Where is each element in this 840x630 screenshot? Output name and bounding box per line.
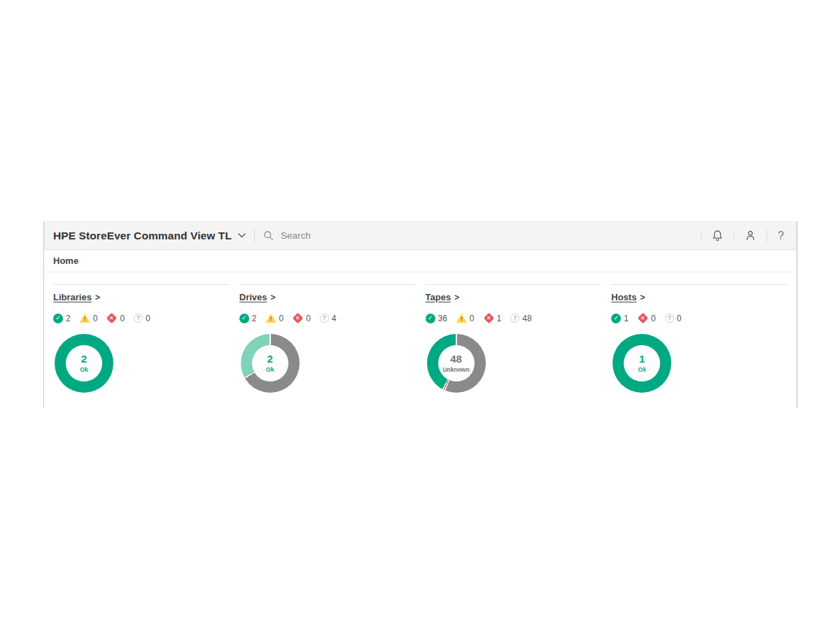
donut-center-value: 48 xyxy=(450,354,462,364)
panel-title-label: Hosts xyxy=(611,292,636,302)
status-item: ✕0 xyxy=(106,313,125,323)
person-icon xyxy=(745,230,756,241)
status-count: 0 xyxy=(120,314,125,323)
drives-donut-chart: 2 Ok xyxy=(241,334,300,393)
status-count: 0 xyxy=(93,314,98,323)
unknown-status-icon: ? xyxy=(510,314,519,323)
status-item: ?0 xyxy=(134,314,150,323)
breadcrumb-bar: Home xyxy=(44,250,797,272)
user-button[interactable] xyxy=(742,228,759,243)
panel-title-label: Drives xyxy=(239,292,267,302)
status-count: 0 xyxy=(677,314,682,323)
search-box xyxy=(263,230,693,241)
search-icon xyxy=(263,230,274,241)
status-item: ✕1 xyxy=(484,313,502,323)
topbar-divider xyxy=(766,230,767,242)
status-item: ✓36 xyxy=(426,314,447,323)
status-item: ✓1 xyxy=(611,314,629,323)
topbar-divider xyxy=(701,230,701,242)
status-item: ✓2 xyxy=(239,314,257,323)
dashboard: Libraries > ✓2!0✕0?0 2 Ok Drives > ✓2!0✕… xyxy=(44,272,797,393)
ok-status-icon: ✓ xyxy=(611,314,621,323)
status-item: !0 xyxy=(80,314,98,323)
tapes-link[interactable]: Tapes > xyxy=(426,292,460,302)
unknown-status-icon: ? xyxy=(665,314,674,323)
status-count: 0 xyxy=(470,314,475,323)
donut-center-label: Ok xyxy=(638,367,646,373)
link-chevron: > xyxy=(95,293,100,302)
donut-center-value: 2 xyxy=(267,354,273,364)
donut-center-label: Unknown xyxy=(442,367,469,373)
hosts-link[interactable]: Hosts > xyxy=(611,292,645,302)
donut-hole: 2 Ok xyxy=(252,345,288,382)
drives-link[interactable]: Drives > xyxy=(239,292,276,302)
tapes-donut-chart: 48 Unknown xyxy=(427,334,486,393)
status-count: 2 xyxy=(66,314,71,323)
app-window: HPE StoreEver Command View TL xyxy=(43,221,797,408)
chevron-down-icon xyxy=(238,233,246,238)
donut-hole: 1 Ok xyxy=(624,345,660,382)
status-item: ?4 xyxy=(320,314,337,323)
link-chevron: > xyxy=(454,293,459,302)
status-item: ?0 xyxy=(665,314,682,323)
panel-title-label: Tapes xyxy=(426,292,451,302)
status-count: 0 xyxy=(279,314,284,323)
link-chevron: > xyxy=(271,293,276,302)
status-count: 48 xyxy=(522,314,531,323)
status-count: 2 xyxy=(252,314,257,323)
ok-status-icon: ✓ xyxy=(239,314,249,323)
status-count: 0 xyxy=(651,314,656,323)
donut-hole: 48 Unknown xyxy=(438,345,475,382)
warning-status-icon: ! xyxy=(80,314,90,323)
help-button[interactable]: ? xyxy=(775,229,787,243)
status-count: 1 xyxy=(497,314,502,323)
hosts-donut-chart: 1 Ok xyxy=(612,334,671,393)
critical-status-icon: ✕ xyxy=(638,313,648,323)
notifications-button[interactable] xyxy=(709,228,726,243)
bell-icon xyxy=(712,230,723,241)
critical-status-icon: ✕ xyxy=(106,313,117,323)
donut-center-value: 2 xyxy=(81,354,87,364)
status-item: !0 xyxy=(265,314,284,323)
panel-divider xyxy=(239,284,416,285)
libraries-donut-chart: 2 Ok xyxy=(55,334,113,393)
warning-status-icon: ! xyxy=(265,314,276,323)
status-count: 4 xyxy=(332,314,337,323)
donut-center-value: 1 xyxy=(639,354,645,364)
ok-status-icon: ✓ xyxy=(53,314,63,323)
unknown-status-icon: ? xyxy=(320,314,329,323)
topbar: HPE StoreEver Command View TL xyxy=(44,222,797,250)
status-item: ✓2 xyxy=(53,314,71,323)
panel-title-label: Libraries xyxy=(53,292,92,302)
critical-status-icon: ✕ xyxy=(293,313,303,323)
breadcrumb[interactable]: Home xyxy=(53,255,78,266)
status-count: 1 xyxy=(624,314,629,323)
link-chevron: > xyxy=(640,293,645,302)
donut-center-label: Ok xyxy=(266,367,274,373)
panel-hosts: Hosts > ✓1✕0?0 1 Ok xyxy=(611,284,788,393)
panel-libraries: Libraries > ✓2!0✕0?0 2 Ok xyxy=(53,284,230,393)
status-count: 0 xyxy=(146,314,150,323)
search-input[interactable] xyxy=(279,230,419,241)
panel-divider xyxy=(426,284,602,285)
donut-hole: 2 Ok xyxy=(66,345,102,382)
status-count: 0 xyxy=(306,314,311,323)
ok-status-icon: ✓ xyxy=(426,314,435,323)
topbar-divider xyxy=(254,229,255,243)
status-item: ?48 xyxy=(510,314,531,323)
product-menu[interactable]: HPE StoreEver Command View TL xyxy=(53,230,246,242)
status-item: ✕0 xyxy=(638,313,656,323)
warning-status-icon: ! xyxy=(456,314,467,323)
status-item: ✕0 xyxy=(293,313,311,323)
panel-drives: Drives > ✓2!0✕0?4 2 Ok xyxy=(239,284,416,393)
libraries-link[interactable]: Libraries > xyxy=(53,292,100,302)
status-row: ✓36!0✕1?48 xyxy=(426,313,602,323)
topbar-actions: ? xyxy=(693,228,787,243)
panel-divider xyxy=(53,284,230,285)
status-count: 36 xyxy=(438,314,447,323)
donut-center-label: Ok xyxy=(80,367,88,373)
unknown-status-icon: ? xyxy=(134,314,143,323)
panel-tapes: Tapes > ✓36!0✕1?48 48 Unknown xyxy=(426,284,602,393)
topbar-divider xyxy=(734,230,734,242)
critical-status-icon: ✕ xyxy=(484,313,494,323)
